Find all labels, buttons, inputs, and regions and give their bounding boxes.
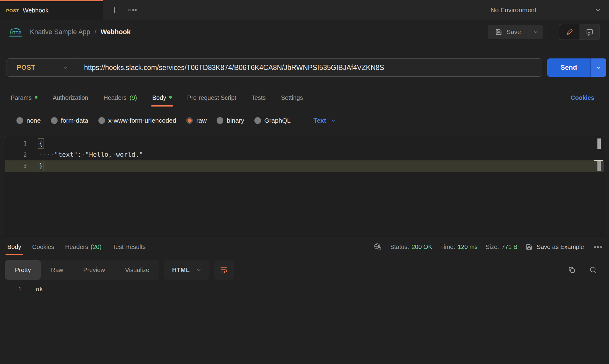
open-brace: { [38,138,44,149]
size-badge: Size: 771 B [486,243,518,250]
request-url-row: POST https://hooks.slack.com/services/T0… [6,58,603,77]
tab-bar: POST Webhook No Environment [0,0,609,20]
network-globe-lock-icon[interactable] [373,242,382,251]
raw-language-dropdown[interactable]: Text [313,117,336,124]
response-body-text: ok [36,284,43,294]
header-actions: Save [488,24,600,40]
status-badge: Status: 200 OK [390,243,432,250]
editor-line-1: 1 { [5,138,604,149]
save-button[interactable]: Save [488,25,528,39]
tab-params[interactable]: Params [11,89,37,107]
comments-button[interactable] [579,24,600,40]
tab-settings[interactable]: Settings [281,89,303,107]
tab-pre-request-script[interactable]: Pre-request Script [187,89,236,107]
comment-icon [586,28,594,36]
tab-options-button[interactable] [124,0,142,20]
time-badge: Time: 120 ms [440,243,478,250]
response-format-dropdown[interactable]: HTML [164,260,209,280]
cookies-link[interactable]: Cookies [571,94,594,101]
body-type-options: none form-data x-www-form-urlencoded raw… [16,114,609,127]
url-input[interactable]: https://hooks.slack.com/services/T06TD83… [77,64,542,72]
radio-circle [51,117,58,124]
tab-body[interactable]: Body [152,89,172,107]
wrap-text-icon [219,265,228,275]
radio-raw[interactable]: raw [186,117,207,124]
response-toolbar: Pretty Raw Preview Visualize HTML [5,260,604,280]
url-box: POST https://hooks.slack.com/services/T0… [6,58,542,77]
response-headers-count: (20) [90,243,101,250]
environment-selector[interactable]: No Environment [477,0,609,20]
save-as-example-button[interactable]: Save as Example [525,243,584,251]
radio-circle [16,117,23,124]
radio-circle [98,117,105,124]
chevron-down-icon [63,65,69,70]
search-response-button[interactable] [589,266,597,274]
method-dropdown[interactable]: POST [6,59,77,76]
radio-x-www-form-urlencoded[interactable]: x-www-form-urlencoded [98,117,176,124]
response-body-tools [568,266,597,274]
chevron-down-icon [595,7,601,13]
cursor-ruler-bar [597,161,601,171]
response-options-button[interactable] [592,245,604,248]
response-tab-cookies[interactable]: Cookies [32,237,54,257]
response-header: Body Cookies Headers (20) Test Results S… [0,237,609,257]
line-number: 1 [5,138,27,149]
view-pretty[interactable]: Pretty [5,260,41,280]
send-button[interactable]: Send [547,58,590,77]
body-green-dot [169,96,172,99]
save-options-button[interactable] [528,25,543,39]
line-number: 2 [5,149,27,160]
new-tab-button[interactable] [105,0,124,20]
response-body-line[interactable]: 1 ok [0,284,609,294]
time-value: 120 ms [458,243,478,250]
more-options-icon [128,9,138,12]
request-body-editor[interactable]: 1 { 2 ····"text":·"Hello,·world." 3 } [5,136,604,237]
copy-response-button[interactable] [568,266,576,274]
save-button-label: Save [506,28,521,36]
breadcrumb-request-name[interactable]: Webhook [101,28,131,36]
edit-request-button[interactable] [559,24,579,40]
size-value: 771 B [501,243,517,250]
save-floppy-icon [495,28,503,36]
more-options-icon [593,245,603,248]
tab-authorization[interactable]: Authorization [53,89,88,107]
view-raw[interactable]: Raw [41,260,73,280]
edit-comment-group [559,24,600,40]
params-green-dot [35,96,37,99]
breadcrumb-separator: / [94,28,96,36]
request-tab-webhook[interactable]: POST Webhook [0,0,103,20]
editor-scrollbar-thumb[interactable] [597,138,601,149]
tab-tests[interactable]: Tests [251,89,266,107]
send-button-group: Send [547,58,606,77]
wrap-lines-button[interactable] [214,260,234,280]
editor-line-2: 2 ····"text":·"Hello,·world." [5,149,604,160]
view-preview[interactable]: Preview [73,260,115,280]
chevron-down-icon [196,267,201,273]
vertical-divider [551,26,551,38]
response-tab-test-results[interactable]: Test Results [112,237,146,257]
radio-none[interactable]: none [16,117,41,124]
method-label: POST [17,64,35,72]
cursor-ruler-mark [594,160,603,161]
tab-headers[interactable]: Headers (9) [104,89,137,107]
http-request-icon: HTTP [9,28,22,37]
tab-method-badge: POST [6,8,19,13]
breadcrumb-row: HTTP Knative Sample App / Webhook Save [0,20,609,44]
response-tab-body[interactable]: Body [7,237,21,257]
radio-form-data[interactable]: form-data [51,117,88,124]
chevron-down-icon [533,29,538,35]
plus-icon [110,6,119,14]
breadcrumb-collection[interactable]: Knative Sample App [30,28,90,36]
response-meta: Status: 200 OK Time: 120 ms Size: 771 B … [373,242,604,251]
radio-binary[interactable]: binary [217,117,244,124]
radio-graphql[interactable]: GraphQL [254,117,291,124]
format-label: HTML [172,267,190,274]
response-tab-headers[interactable]: Headers (20) [65,237,101,257]
radio-circle [217,117,223,124]
view-visualize[interactable]: Visualize [115,260,159,280]
status-value: 200 OK [412,243,432,250]
send-options-button[interactable] [590,58,606,77]
radio-circle-selected [186,117,193,124]
radio-circle [254,117,261,124]
pencil-icon [565,28,574,36]
